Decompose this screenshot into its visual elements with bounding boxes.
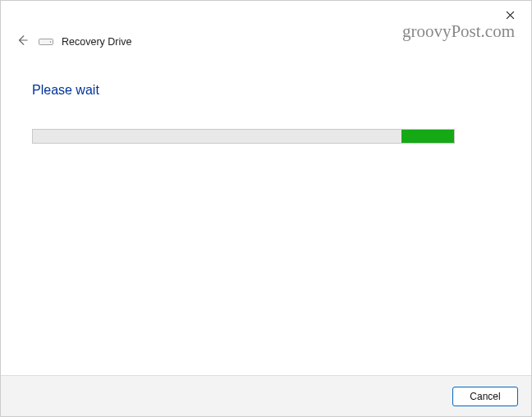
cancel-button[interactable]: Cancel: [452, 387, 518, 406]
svg-point-1: [50, 41, 52, 43]
back-button[interactable]: [14, 34, 30, 50]
close-icon: [506, 8, 515, 23]
progress-fill: [401, 130, 454, 143]
status-heading: Please wait: [32, 83, 500, 98]
dialog-footer: Cancel: [1, 375, 531, 416]
dialog-header: Recovery Drive: [1, 30, 531, 58]
dialog-title: Recovery Drive: [62, 36, 131, 48]
close-button[interactable]: [497, 4, 523, 27]
progress-bar: [32, 129, 455, 144]
dialog-content: Please wait: [1, 58, 531, 375]
drive-icon: [39, 36, 53, 48]
back-arrow-icon: [16, 34, 28, 49]
